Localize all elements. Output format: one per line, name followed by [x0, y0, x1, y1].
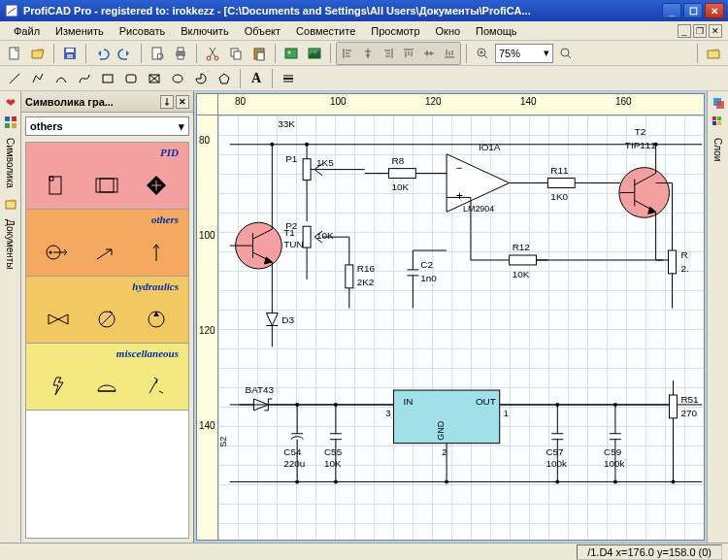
menu-draw[interactable]: Рисовать: [112, 23, 174, 39]
menu-help[interactable]: Помощь: [468, 23, 525, 39]
bezier-tool-button[interactable]: [74, 68, 95, 89]
pie-tool-button[interactable]: [190, 68, 212, 89]
close-button[interactable]: ✕: [705, 3, 724, 18]
paste-button[interactable]: [248, 43, 270, 64]
align-right-button[interactable]: [379, 44, 398, 63]
align-center-h-button[interactable]: [358, 44, 378, 63]
polyline-tool-button[interactable]: [27, 68, 49, 89]
crossrect-tool-button[interactable]: [144, 68, 165, 89]
undo-button[interactable]: [91, 43, 113, 64]
line-tool-button[interactable]: [4, 68, 25, 89]
symbols-icon[interactable]: [3, 115, 18, 130]
align-bottom-button[interactable]: [440, 44, 459, 63]
svg-text:R8: R8: [391, 155, 404, 166]
image-2-button[interactable]: [304, 43, 325, 64]
polygon-tool-button[interactable]: [214, 68, 235, 89]
palette-icon[interactable]: [711, 115, 726, 130]
tab-documents[interactable]: Документы: [3, 215, 17, 274]
text-tool-button[interactable]: A: [246, 68, 267, 89]
new-file-button[interactable]: [4, 43, 25, 64]
align-left-button[interactable]: [338, 44, 357, 63]
save-button[interactable]: [59, 43, 81, 64]
category-label: others: [26, 210, 188, 229]
open-button[interactable]: [27, 43, 49, 64]
zoom-in-button[interactable]: [472, 43, 493, 64]
tab-layers[interactable]: Слои: [711, 134, 725, 165]
zoom-select[interactable]: 75% ▾: [495, 44, 553, 63]
ruler-corner: [197, 94, 218, 115]
svg-point-35: [50, 251, 52, 254]
print-preview-button[interactable]: [147, 43, 168, 64]
svg-point-93: [270, 143, 274, 147]
misc-symbol-2[interactable]: [90, 372, 123, 401]
tab-symbols[interactable]: Символика: [3, 134, 17, 192]
drawing-canvas[interactable]: 80 100 120 140 160 180 80 100 120 140 33…: [196, 93, 705, 541]
chevron-down-icon: ▾: [544, 47, 549, 59]
category-select[interactable]: others ▾: [25, 116, 189, 136]
svg-text:1n0: 1n0: [420, 273, 437, 283]
svg-point-10: [207, 56, 211, 60]
menu-edit[interactable]: Изменить: [48, 23, 112, 39]
mdi-minimize-button[interactable]: _: [678, 24, 691, 38]
category-pid[interactable]: PID: [26, 143, 188, 210]
hyd-symbol-2[interactable]: [90, 305, 123, 334]
maximize-button[interactable]: ☐: [683, 3, 703, 18]
print-button[interactable]: [170, 43, 191, 64]
redo-button[interactable]: [115, 43, 136, 64]
zoom-fit-button[interactable]: [555, 43, 577, 64]
pid-symbol-3[interactable]: [140, 171, 173, 200]
copy-button[interactable]: [225, 43, 247, 64]
rect-tool-button[interactable]: [97, 68, 118, 89]
mdi-close-button[interactable]: ✕: [709, 24, 722, 38]
cut-button[interactable]: [202, 43, 223, 64]
toolbar-standard: 75% ▾: [0, 41, 728, 66]
pid-symbol-1[interactable]: [42, 171, 75, 200]
mdi-restore-button[interactable]: ❐: [693, 24, 707, 38]
panel-pin-button[interactable]: [160, 95, 174, 109]
menu-insert[interactable]: Включить: [173, 23, 236, 39]
category-others[interactable]: others: [26, 210, 188, 277]
hyd-symbol-3[interactable]: [140, 305, 173, 334]
favorites-icon[interactable]: ❤: [3, 95, 18, 111]
linestyle-button[interactable]: [278, 68, 299, 89]
svg-text:1: 1: [504, 409, 509, 418]
menu-window[interactable]: Окно: [428, 23, 469, 39]
svg-text:2: 2: [442, 447, 447, 457]
align-middle-v-button[interactable]: [419, 44, 439, 63]
panel-close-button[interactable]: ✕: [176, 95, 189, 109]
svg-rect-61: [303, 226, 311, 247]
schematic: 33K P1 1K5 R8 10K: [218, 115, 704, 540]
category-label: PID: [26, 143, 188, 162]
ellipse-tool-button[interactable]: [167, 68, 188, 89]
arc-tool-button[interactable]: [50, 68, 72, 89]
menu-object[interactable]: Объект: [237, 23, 288, 39]
menu-align[interactable]: Совместите: [288, 23, 363, 39]
minimize-button[interactable]: _: [662, 3, 681, 18]
menu-file[interactable]: Файл: [6, 23, 48, 39]
svg-text:P2: P2: [285, 220, 298, 231]
others-symbol-1[interactable]: [42, 238, 75, 267]
svg-text:T2: T2: [635, 126, 646, 137]
svg-rect-32: [96, 179, 117, 192]
category-misc[interactable]: miscellaneous: [26, 344, 188, 411]
titlebar: ProfiCAD Pro - registered to: irokkezz -…: [0, 0, 728, 21]
svg-text:R12: R12: [513, 242, 531, 252]
svg-point-99: [613, 403, 617, 407]
menu-view[interactable]: Просмотр: [363, 23, 427, 39]
svg-rect-42: [389, 169, 416, 179]
roundrect-tool-button[interactable]: [120, 68, 142, 89]
others-symbol-2[interactable]: [90, 238, 123, 267]
image-1-button[interactable]: [281, 43, 302, 64]
svg-text:OUT: OUT: [476, 396, 496, 407]
svg-text:270: 270: [680, 408, 697, 418]
layers-icon[interactable]: [711, 95, 726, 111]
category-hydraulics[interactable]: hydraulics: [26, 277, 188, 344]
pid-symbol-2[interactable]: [90, 171, 123, 200]
documents-icon[interactable]: [3, 196, 18, 212]
others-symbol-3[interactable]: [140, 238, 173, 267]
align-top-button[interactable]: [399, 44, 418, 63]
misc-symbol-1[interactable]: [42, 372, 75, 401]
misc-symbol-3[interactable]: [140, 372, 173, 401]
hyd-symbol-1[interactable]: [42, 305, 75, 334]
folder-button[interactable]: [703, 43, 724, 64]
